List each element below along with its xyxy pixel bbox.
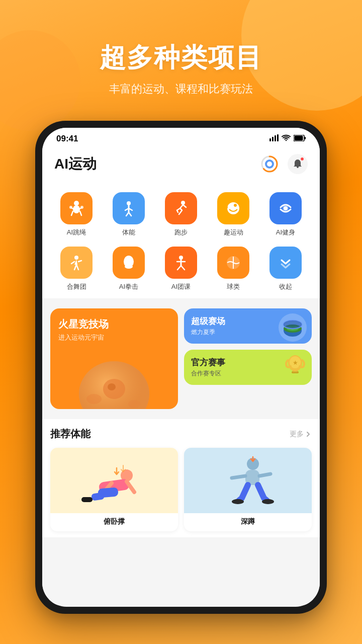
fitness-label: 体能 <box>122 228 135 236</box>
category-item-run[interactable]: 跑步 <box>155 188 207 240</box>
svg-line-29 <box>76 265 78 270</box>
squat-name: 深蹲 <box>184 513 312 531</box>
svg-rect-5 <box>305 137 306 139</box>
recommend-squat-card[interactable]: 深蹲 <box>184 448 312 531</box>
svg-point-71 <box>262 499 274 504</box>
ai-gym-label: AI健身 <box>276 228 295 236</box>
category-grid: AI跳绳 <box>50 188 312 294</box>
jump-rope-label: AI跳绳 <box>67 228 86 236</box>
status-bar: 09:41 <box>42 128 320 150</box>
phone-frame: 09:41 <box>35 121 327 614</box>
svg-line-39 <box>181 266 185 270</box>
svg-point-53 <box>284 320 302 329</box>
svg-rect-65 <box>81 497 93 502</box>
svg-line-22 <box>129 212 131 216</box>
feature-section: 火星竞技场 进入运动元宇宙 <box>42 303 320 414</box>
ball-icon-wrap <box>217 247 249 279</box>
header-icons <box>259 154 308 174</box>
svg-point-47 <box>128 400 140 408</box>
group-class-icon-wrap <box>165 247 197 279</box>
boxing-label: AI拳击 <box>119 283 138 291</box>
run-label: 跑步 <box>174 228 188 236</box>
dance-icon-wrap <box>60 247 93 279</box>
mars-arena-card[interactable]: 火星竞技场 进入运动元宇宙 <box>50 308 178 409</box>
wifi-icon <box>282 134 291 143</box>
signal-icon <box>269 134 279 143</box>
status-time: 09:41 <box>56 134 78 144</box>
category-item-collapse[interactable]: 收起 <box>259 243 312 295</box>
svg-line-14 <box>80 211 81 215</box>
collapse-label: 收起 <box>279 283 292 291</box>
fitness-icon-wrap <box>113 192 145 224</box>
category-item-dance[interactable]: 合舞团 <box>50 243 103 295</box>
more-button[interactable]: 更多 <box>290 430 312 439</box>
svg-point-24 <box>234 204 237 207</box>
category-item-group-class[interactable]: AI团课 <box>155 243 207 295</box>
fun-sport-label: 趣运动 <box>224 228 243 236</box>
svg-point-10 <box>267 162 272 167</box>
section-header: 推荐体能 更多 <box>50 427 312 441</box>
svg-text:★: ★ <box>293 359 298 366</box>
app-header: AI运动 <box>42 150 320 180</box>
category-item-boxing[interactable]: AI拳击 <box>103 243 155 295</box>
boxing-icon-wrap <box>113 247 145 279</box>
fun-sport-icon-wrap <box>217 192 249 224</box>
recommend-pushup-card[interactable]: 俯卧撑 <box>50 448 178 531</box>
trophy-deco: ★ <box>283 351 308 381</box>
progress-button[interactable] <box>259 154 280 174</box>
svg-line-69 <box>259 474 270 476</box>
category-item-fun-sport[interactable]: 趣运动 <box>207 188 259 240</box>
svg-rect-34 <box>126 264 132 267</box>
svg-point-27 <box>74 256 78 260</box>
jump-rope-icon-wrap <box>60 192 93 224</box>
pushup-name: 俯卧撑 <box>50 513 178 531</box>
official-competition-card[interactable]: 官方赛事 合作赛专区 ★ <box>184 350 312 385</box>
category-section: AI跳绳 <box>42 180 320 298</box>
phone-screen: 09:41 <box>42 128 320 607</box>
category-item-jump-rope[interactable]: AI跳绳 <box>50 188 103 240</box>
hero-section: 超多种类项目 丰富的运动、课程和比赛玩法 <box>0 40 362 97</box>
svg-line-13 <box>71 211 73 215</box>
svg-rect-0 <box>269 138 271 141</box>
hero-subtitle: 丰富的运动、课程和比赛玩法 <box>0 82 362 97</box>
mars-arena-subtitle: 进入运动元宇宙 <box>58 333 170 342</box>
svg-rect-64 <box>91 492 105 501</box>
category-item-ai-gym[interactable]: AI健身 <box>259 188 312 240</box>
dance-label: 合舞团 <box>67 283 86 291</box>
category-item-ball[interactable]: 球类 <box>207 243 259 295</box>
svg-line-38 <box>177 266 181 270</box>
svg-point-46 <box>86 394 102 404</box>
more-label: 更多 <box>290 430 304 439</box>
svg-rect-3 <box>277 134 279 141</box>
super-arena-card[interactable]: 超级赛场 燃力夏季 <box>184 308 312 344</box>
category-item-fitness[interactable]: 体能 <box>103 188 155 240</box>
svg-point-11 <box>74 201 79 206</box>
svg-line-30 <box>71 262 74 264</box>
ball-label: 球类 <box>227 283 240 291</box>
super-arena-deco <box>279 313 307 342</box>
status-icons <box>269 134 306 143</box>
svg-point-45 <box>108 383 116 390</box>
svg-rect-1 <box>272 137 274 141</box>
svg-point-26 <box>284 206 288 210</box>
phone-mockup: 09:41 <box>35 121 327 614</box>
pushup-thumb <box>50 448 178 513</box>
notification-button[interactable] <box>288 154 308 174</box>
mars-arena-title: 火星竞技场 <box>58 317 170 331</box>
run-icon-wrap <box>165 192 197 224</box>
recommend-section: 推荐体能 更多 <box>42 419 320 537</box>
svg-line-31 <box>78 261 81 262</box>
group-class-label: AI团课 <box>171 283 191 291</box>
hero-title: 超多种类项目 <box>0 40 362 75</box>
section-title: 推荐体能 <box>50 427 90 441</box>
battery-icon <box>294 134 306 143</box>
svg-line-68 <box>232 476 245 478</box>
collapse-icon-wrap <box>269 247 302 279</box>
screen-content: AI跳绳 <box>42 180 320 605</box>
right-cards: 超级赛场 燃力夏季 <box>184 308 312 385</box>
svg-point-70 <box>232 499 244 504</box>
app-title: AI运动 <box>54 154 97 174</box>
notification-badge <box>300 157 304 161</box>
svg-rect-2 <box>275 135 276 141</box>
recommend-grid: 俯卧撑 <box>50 448 312 531</box>
